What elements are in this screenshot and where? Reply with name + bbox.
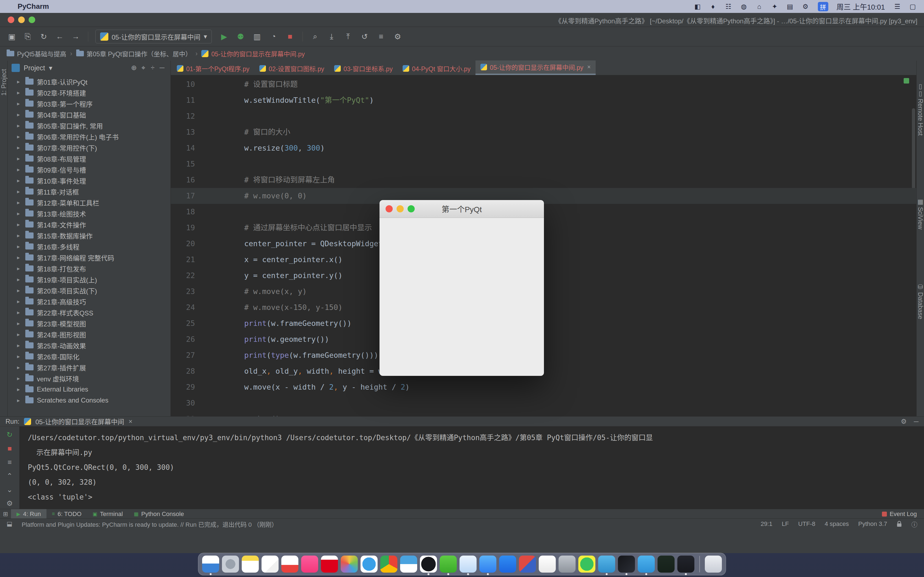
tree-item[interactable]: ▸第13章-绘图技术 (8, 208, 171, 219)
close-window-button[interactable] (8, 16, 14, 23)
tree-item[interactable]: ▸第06章-常用控件(上) 电子书 (8, 131, 171, 142)
dock-icon-qq[interactable] (420, 556, 437, 572)
code-line[interactable]: 14w.resize(300, 300) (171, 140, 916, 156)
project-header-icon[interactable]: ⊕ (129, 64, 139, 72)
menu-status-icon[interactable]: ⚙ (801, 2, 809, 11)
dock-icon-notes[interactable] (242, 556, 259, 572)
tree-item[interactable]: ▸venv 虚拟环境 (8, 373, 171, 384)
run-tool-icon[interactable]: ⌄ (5, 485, 15, 495)
menu-app-name[interactable]: PyCharm (18, 2, 49, 11)
dock-icon-music[interactable] (301, 556, 318, 572)
toolbar-icon[interactable]: ↺ (359, 31, 370, 42)
tab-python-console[interactable]: ▦Python Console (128, 509, 189, 519)
tab--run[interactable]: ▶4: Run (11, 509, 47, 519)
chevron-down-icon[interactable]: ▾ (49, 64, 53, 72)
dock-icon-pycharm[interactable] (618, 556, 635, 572)
tree-item[interactable]: ▸第05章-窗口操作, 常用 (8, 120, 171, 131)
pyqt-close-button[interactable] (386, 205, 393, 213)
chevron-right-icon[interactable]: ▸ (17, 89, 22, 96)
toolbar-icon[interactable]: ≡ (376, 31, 386, 42)
project-header-icon[interactable]: ─ (157, 64, 166, 72)
chevron-right-icon[interactable]: ▸ (17, 122, 22, 129)
menu-status-icon[interactable]: ◍ (740, 2, 748, 11)
status-message[interactable]: Platform and Plugin Updates: PyCharm is … (22, 520, 278, 529)
code-line[interactable]: 15 (171, 156, 916, 172)
pyqt-app-window[interactable]: 第一个PyQt (380, 200, 544, 376)
chevron-right-icon[interactable]: ▸ (17, 144, 22, 151)
code-line[interactable]: 11w.setWindowTitle("第一个PyQt") (171, 92, 916, 108)
chevron-right-icon[interactable]: ▸ (17, 155, 22, 162)
chevron-right-icon[interactable]: ▸ (17, 133, 22, 140)
breadcrumb-item[interactable]: 第05章 PyQt窗口操作（坐标、居中） (76, 49, 192, 58)
dock-icon-safari[interactable] (360, 556, 378, 572)
chevron-right-icon[interactable]: ▸ (17, 78, 22, 85)
tree-item[interactable]: ▸第15章-数据库操作 (8, 230, 171, 241)
chevron-right-icon[interactable]: ▸ (17, 177, 22, 184)
tree-item[interactable]: ▸第21章-高级技巧 (8, 296, 171, 307)
chevron-right-icon[interactable]: ▸ (17, 320, 22, 327)
run-tool-icon[interactable]: ≡ (5, 457, 15, 467)
chevron-right-icon[interactable]: ▸ (17, 199, 22, 206)
code-line[interactable]: 12 (171, 108, 916, 124)
status-segment[interactable]: LF (782, 521, 789, 527)
chevron-right-icon[interactable]: ▸ (17, 111, 22, 118)
project-header-label[interactable]: Project (24, 64, 45, 72)
dock-icon-xcode[interactable] (578, 556, 595, 572)
code-line[interactable]: 13# 窗口的大小 (171, 124, 916, 140)
editor-tab[interactable]: 02-设置窗口图标.py (254, 62, 329, 75)
dock-icon-pages[interactable] (539, 556, 556, 572)
chevron-right-icon[interactable]: ▸ (17, 298, 22, 305)
close-icon[interactable]: × (128, 417, 132, 425)
zoom-window-button[interactable] (29, 16, 35, 23)
toolbar-icon[interactable]: ← (55, 31, 65, 42)
toolbar-icon[interactable]: ⤓ (326, 31, 337, 42)
tree-item[interactable]: ▸第19章-项目实战(上) (8, 274, 171, 285)
ide-title-bar[interactable]: 《从零到精通Python高手之路》 [~/Desktop/《从零到精通Pytho… (0, 13, 924, 27)
toolbar-icon[interactable]: ⎘ (23, 31, 33, 42)
tab-event-log[interactable]: Event Log (890, 511, 917, 517)
chevron-right-icon[interactable]: ▸ (17, 309, 22, 316)
dock-icon-finder[interactable] (202, 556, 219, 572)
status-segment[interactable]: 29:1 (761, 521, 772, 527)
close-icon[interactable]: × (587, 63, 591, 71)
tree-item[interactable]: ▸第07章-常用控件(下) (8, 142, 171, 153)
tree-item[interactable]: ▸第24章-图形视图 (8, 329, 171, 340)
chevron-right-icon[interactable]: ▸ (17, 397, 22, 404)
chevron-right-icon[interactable]: ▸ (17, 342, 22, 349)
chevron-right-icon[interactable]: ▸ (17, 232, 22, 239)
code-line[interactable]: 29w.move(x - width / 2, y - height / 2) (171, 379, 916, 395)
chevron-right-icon[interactable]: ▸ (17, 188, 22, 195)
tool-stripe-sciview[interactable]: ▦ SciView (917, 198, 924, 229)
run-tool-icon[interactable]: ⌃ (5, 471, 15, 481)
tree-item[interactable]: ▸第16章-多线程 (8, 241, 171, 252)
code-line[interactable]: 10# 设置窗口标题 (171, 76, 916, 92)
menu-clock[interactable]: 周三 上午10:01 (837, 2, 885, 11)
project-header-icon[interactable]: ÷ (148, 64, 157, 72)
chevron-right-icon[interactable]: ▸ (17, 254, 22, 261)
dock-icon-tool[interactable] (519, 556, 536, 572)
tree-item[interactable]: ▸第17章-网络编程 完整代码 (8, 252, 171, 263)
editor-tab[interactable]: 05-让你的窗口显示在屏幕中间.py× (475, 60, 596, 75)
chevron-right-icon[interactable]: ▸ (17, 386, 22, 393)
menu-status-icon[interactable]: ◧ (693, 2, 702, 11)
info-icon[interactable]: ⓘ (911, 520, 918, 529)
chevron-right-icon[interactable]: ▸ (17, 265, 22, 272)
dock-icon-chrome[interactable] (380, 556, 397, 572)
menu-status-icon[interactable]: ⌂ (755, 2, 763, 11)
tree-item[interactable]: ▸第03章-第一个程序 (8, 98, 171, 109)
stop-button[interactable]: ■ (285, 31, 296, 42)
editor-tab[interactable]: 04-PyQt 窗口大小.py (397, 62, 475, 75)
chevron-right-icon[interactable]: ▸ (17, 353, 22, 359)
pyqt-title-bar[interactable]: 第一个PyQt (380, 200, 544, 218)
menu-status-icon[interactable]: ▤ (786, 2, 794, 11)
tool-windows-grid-icon[interactable]: ⊞ (0, 511, 11, 517)
tree-item[interactable]: ▸第08章-布局管理 (8, 153, 171, 164)
tree-item[interactable]: ▸第12章-菜单和工具栏 (8, 197, 171, 208)
chevron-right-icon[interactable]: ▸ (17, 210, 22, 217)
run-console-output[interactable]: /Users/codetutor.top/python_virtual_env/… (19, 426, 924, 522)
editor-tab[interactable]: 03-窗口坐标系.py (329, 62, 397, 75)
dock-icon-app-store[interactable] (499, 556, 516, 572)
tree-item[interactable]: ▸External Libraries (8, 384, 171, 395)
dock-icon-facetime[interactable] (460, 556, 477, 572)
minimize-window-button[interactable] (18, 16, 25, 23)
